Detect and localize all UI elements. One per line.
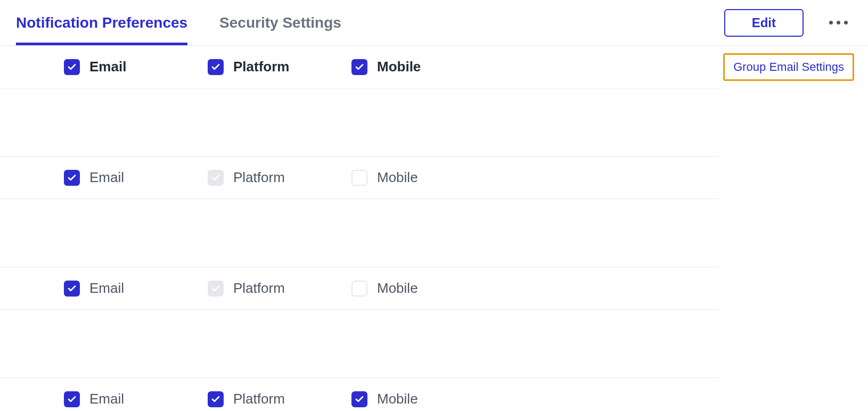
check-icon [355, 62, 364, 72]
tab-security-settings[interactable]: Security Settings [219, 0, 341, 45]
checkbox-email[interactable] [64, 170, 80, 186]
checkbox-email[interactable] [64, 391, 80, 407]
checkbox-mobile[interactable] [351, 391, 367, 407]
channel-platform: Platform [208, 391, 304, 407]
check-icon [67, 284, 77, 293]
ellipsis-icon [844, 21, 848, 24]
section-row [0, 310, 719, 378]
checkbox-mobile[interactable] [351, 59, 367, 75]
checkbox-mobile[interactable] [351, 281, 367, 297]
more-menu-button[interactable] [825, 17, 852, 29]
channel-mobile: Mobile [351, 169, 447, 186]
channel-label: Email [89, 391, 124, 407]
channel-label: Mobile [377, 280, 418, 297]
channel-platform: Platform [208, 169, 304, 186]
channel-email: Email [64, 391, 160, 407]
preferences-row: Email Platform Mobile [0, 267, 719, 310]
checkbox-platform[interactable] [208, 391, 224, 407]
checkbox-email[interactable] [64, 59, 80, 75]
section-row [0, 88, 719, 157]
channel-label: Platform [233, 59, 289, 75]
check-icon [67, 62, 77, 72]
check-icon [211, 173, 220, 183]
preferences-row: Email Platform Mobile [0, 378, 719, 411]
edit-button[interactable]: Edit [724, 9, 804, 37]
preferences-row: Email Platform Mobile [0, 46, 719, 88]
checkbox-platform [208, 281, 224, 297]
content-area: Email Platform Mobile Emai [0, 46, 868, 411]
channel-email: Email [64, 169, 160, 186]
tab-label: Notification Preferences [16, 14, 187, 31]
section-row [0, 199, 719, 267]
checkbox-platform [208, 170, 224, 186]
checkbox-mobile[interactable] [351, 170, 367, 186]
checkbox-platform[interactable] [208, 59, 224, 75]
channel-label: Platform [233, 280, 285, 297]
channel-label: Mobile [377, 169, 418, 186]
checkbox-email[interactable] [64, 281, 80, 297]
channel-mobile: Mobile [351, 391, 447, 407]
channel-mobile: Mobile [351, 59, 447, 75]
header-bar: Notification Preferences Security Settin… [0, 0, 868, 46]
check-icon [211, 284, 220, 293]
check-icon [355, 394, 364, 404]
ellipsis-icon [837, 21, 840, 24]
channel-label: Platform [233, 391, 285, 407]
preferences-list: Email Platform Mobile Emai [0, 46, 719, 411]
channel-platform: Platform [208, 280, 304, 297]
check-icon [67, 173, 77, 183]
check-icon [211, 394, 220, 404]
preferences-row: Email Platform Mobile [0, 157, 719, 199]
channel-label: Mobile [377, 59, 421, 75]
channel-label: Mobile [377, 391, 418, 407]
check-icon [67, 394, 77, 404]
ellipsis-icon [829, 21, 833, 24]
tab-list: Notification Preferences Security Settin… [0, 0, 341, 45]
channel-platform: Platform [208, 59, 304, 75]
channel-label: Platform [233, 169, 285, 186]
channel-mobile: Mobile [351, 280, 447, 297]
right-panel: Group Email Settings [719, 46, 868, 411]
channel-label: Email [89, 280, 124, 297]
channel-label: Email [89, 59, 126, 75]
channel-email: Email [64, 59, 160, 75]
check-icon [211, 62, 220, 72]
tab-notification-preferences[interactable]: Notification Preferences [16, 0, 187, 45]
group-email-settings-button[interactable]: Group Email Settings [723, 53, 854, 81]
tab-label: Security Settings [219, 14, 341, 31]
channel-label: Email [89, 169, 124, 186]
channel-email: Email [64, 280, 160, 297]
